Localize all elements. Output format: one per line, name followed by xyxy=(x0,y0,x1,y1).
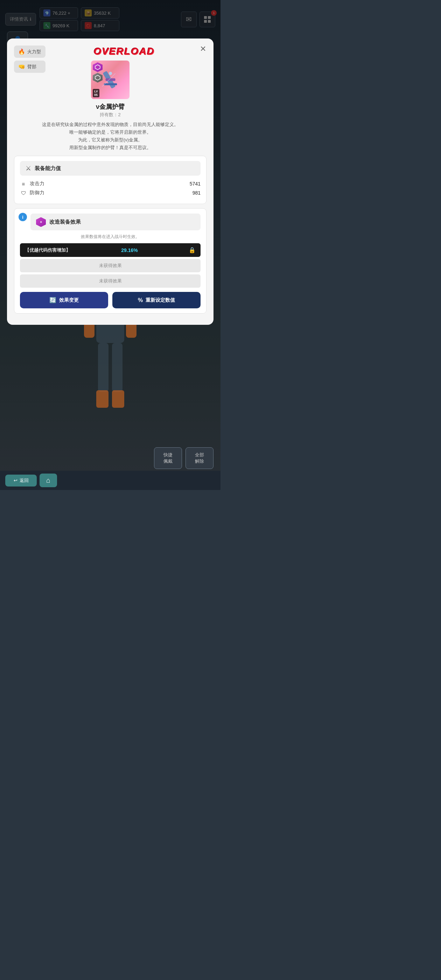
bottom-quick-buttons: 快捷 佩戴 全部 解除 xyxy=(154,447,213,469)
item-modal: ✕ 🔥 火力型 🤜 臂部 OVERLOAD LV05 xyxy=(7,38,213,325)
stats-panel: ⚔ 装备能力值 ≡ 攻击力 5741 🛡 防御力 981 xyxy=(14,156,207,204)
tab-fire-type[interactable]: 🔥 火力型 xyxy=(14,46,46,58)
desc-line2: 唯一能够确定的是，它将开启新的世界。 xyxy=(69,129,151,135)
effect-change-button[interactable]: 🔄 效果变更 xyxy=(20,292,108,309)
item-level-badge: LV05 xyxy=(93,89,99,97)
modal-category-tabs: 🔥 火力型 🤜 臂部 xyxy=(14,46,46,73)
nav-home-button[interactable]: ⌂ xyxy=(40,474,57,487)
stats-header-text: 装备能力值 xyxy=(35,165,61,172)
remove-all-label: 全部 解除 xyxy=(195,452,204,464)
quick-equip-label: 快捷 佩戴 xyxy=(164,452,172,464)
item-count: 持有数：2 xyxy=(14,111,207,118)
quick-equip-button[interactable]: 快捷 佩戴 xyxy=(154,447,182,469)
change-label: 效果变更 xyxy=(59,297,79,304)
attack-value: 5741 xyxy=(190,181,201,186)
mod-effect-inactive-2: 未获得效果 xyxy=(20,274,201,288)
stats-header-icon: ⚔ xyxy=(25,164,31,172)
item-description: 这是在研究钛金属的过程中意外发现的物质，目前尚无人能够定义。 唯一能够确定的是，… xyxy=(14,121,207,151)
mod-effect-inactive-1: 未获得效果 xyxy=(20,259,201,272)
desc-line3: 为此，它又被称为新型(ν)金属。 xyxy=(78,137,142,142)
desc-line1: 这是在研究钛金属的过程中意外发现的物质，目前尚无人能够定义。 xyxy=(42,122,178,127)
mod-effect-value: 29.16% xyxy=(121,247,137,253)
desc-line4: 用新型金属制作的护臂！真是不可思议。 xyxy=(69,145,151,150)
overload-title: OVERLOAD xyxy=(42,46,207,57)
item-name: ν金属护臂 xyxy=(14,103,207,111)
nav-back-icon: ↩ xyxy=(14,478,18,483)
svg-rect-12 xyxy=(103,83,117,85)
mod-header-text: 改造装备效果 xyxy=(49,219,81,225)
mod-panel: i ✦ 改造装备效果 效果数值将在进入战斗时生效。 【优越代码伤害增加】 29.… xyxy=(14,208,207,313)
svg-point-13 xyxy=(108,72,111,75)
mod-inactive-label-2: 未获得效果 xyxy=(99,278,122,283)
remove-all-button[interactable]: 全部 解除 xyxy=(186,447,213,469)
mod-header: ✦ 改造装备效果 xyxy=(30,213,201,230)
defense-label: 防御力 xyxy=(30,190,190,196)
attack-icon: ≡ xyxy=(20,181,27,187)
mod-effect-label: 【优越代码伤害增加】 xyxy=(25,247,70,253)
fire-type-icon: 🔥 xyxy=(18,48,25,55)
svg-rect-4 xyxy=(98,343,108,392)
arm-icon: 🤜 xyxy=(18,64,25,70)
mod-lock-icon: 🔒 xyxy=(189,247,196,253)
svg-marker-9 xyxy=(95,75,100,80)
action-buttons: 🔄 效果变更 % 重新设定数值 xyxy=(20,292,201,309)
reset-label: 重新设定数值 xyxy=(146,297,175,304)
defense-icon: 🛡 xyxy=(20,190,27,196)
tab-fire-type-label: 火力型 xyxy=(27,49,41,55)
nav-home-icon: ⌂ xyxy=(46,476,50,484)
svg-rect-5 xyxy=(112,343,123,392)
change-icon: 🔄 xyxy=(49,297,56,304)
svg-rect-11 xyxy=(105,78,115,81)
svg-marker-8 xyxy=(95,65,100,70)
close-icon: ✕ xyxy=(200,45,206,54)
mod-inactive-label-1: 未获得效果 xyxy=(99,263,122,268)
attack-label: 攻击力 xyxy=(30,181,187,187)
mod-note: 效果数值将在进入战斗时生效。 xyxy=(20,234,201,240)
stat-row-defense: 🛡 防御力 981 xyxy=(20,190,201,196)
mod-info-icon[interactable]: i xyxy=(19,213,27,221)
reset-value-button[interactable]: % 重新设定数值 xyxy=(112,292,201,309)
mod-effect-active: 【优越代码伤害增加】 29.16% 🔒 xyxy=(20,243,201,257)
stat-row-attack: ≡ 攻击力 5741 xyxy=(20,181,201,187)
nav-back-button[interactable]: ↩ 返回 xyxy=(5,475,37,487)
nav-back-label: 返回 xyxy=(20,477,29,484)
svg-rect-6 xyxy=(96,390,108,408)
defense-value: 981 xyxy=(193,190,201,196)
item-image-box: LV05 xyxy=(91,60,129,99)
svg-rect-7 xyxy=(112,390,124,408)
nav-bottom: ↩ 返回 ⌂ xyxy=(0,471,221,490)
mod-header-gem-icon: ✦ xyxy=(36,217,46,227)
item-level: 05 xyxy=(94,93,98,97)
reset-icon: % xyxy=(138,297,143,304)
tab-arm[interactable]: 🤜 臂部 xyxy=(14,60,46,73)
stats-header: ⚔ 装备能力值 xyxy=(20,161,201,176)
modal-close-button[interactable]: ✕ xyxy=(197,43,209,55)
tab-arm-label: 臂部 xyxy=(27,64,37,70)
